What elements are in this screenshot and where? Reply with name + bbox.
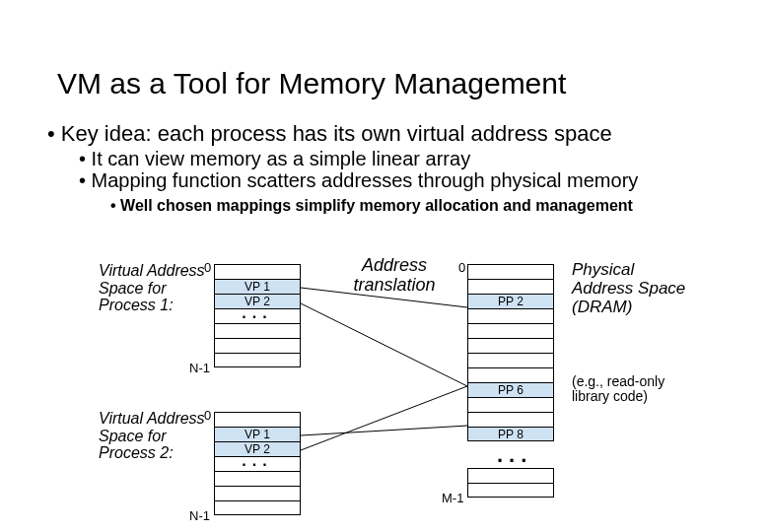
physical-column: PP 2 PP 6 PP 8 — [467, 264, 554, 441]
vas-cell — [214, 353, 301, 367]
bullet-glyph: • — [79, 169, 86, 191]
phys-cell — [467, 308, 554, 323]
phys-cell-pp6: PP 6 — [467, 382, 554, 397]
svg-line-1 — [301, 303, 467, 386]
phys-cell-pp2: PP 2 — [467, 294, 554, 308]
svg-line-3 — [301, 386, 467, 450]
phys-cell-pp8: PP 8 — [467, 427, 554, 441]
bullet-level-2: • Mapping function scatters addresses th… — [79, 169, 638, 191]
index-zero-phys: 0 — [458, 260, 465, 275]
slide: VM as a Tool for Memory Management • Key… — [0, 0, 769, 532]
phys-cell — [467, 483, 554, 498]
bullet-level-1: • Key idea: each process has its own vir… — [47, 122, 638, 146]
bullet-level-3: • Well chosen mappings simplify memory a… — [110, 197, 638, 215]
vas-cell-ellipsis: ... — [214, 308, 301, 323]
index-n-1-b: N-1 — [189, 508, 210, 523]
index-n-1-a: N-1 — [189, 361, 210, 375]
index-m-1: M-1 — [442, 491, 463, 505]
physical-column-tail — [467, 468, 554, 498]
vas-cell — [214, 323, 301, 338]
bullet-text: Mapping function scatters addresses thro… — [92, 169, 639, 191]
vas-1-column: VP 1 VP 2 ... — [214, 264, 301, 367]
index-zero-2: 0 — [204, 408, 211, 423]
svg-line-2 — [301, 426, 467, 435]
vas-cell — [214, 500, 301, 515]
vas-cell — [214, 338, 301, 353]
label-vas-1: Virtual Address Space for Process 1: — [99, 262, 207, 314]
phys-cell — [467, 353, 554, 367]
vas-cell — [214, 471, 301, 486]
bullet-text: Key idea: each process has its own virtu… — [61, 121, 612, 146]
vas-2-column: VP 1 VP 2 ... — [214, 412, 301, 515]
phys-cell — [467, 468, 554, 483]
phys-cell — [467, 412, 554, 427]
vas-cell — [214, 264, 301, 279]
index-zero-1: 0 — [204, 260, 211, 275]
bullet-text: It can view memory as a simple linear ar… — [92, 148, 471, 169]
phys-cell — [467, 323, 554, 338]
label-physical-address-space: Physical Address Space (DRAM) — [572, 260, 690, 316]
vas-cell-vp1: VP 1 — [214, 279, 301, 294]
vas-cell-vp1: VP 1 — [214, 427, 301, 441]
slide-title: VM as a Tool for Memory Management — [57, 67, 566, 100]
label-vas-2: Virtual Address Space for Process 2: — [99, 410, 207, 462]
vas-cell — [214, 486, 301, 500]
phys-cell — [467, 264, 554, 279]
label-address-translation: Address translation — [335, 256, 454, 296]
bullet-glyph: • — [79, 148, 86, 169]
phys-cell — [467, 279, 554, 294]
label-readonly-note: (e.g., read-only library code) — [572, 374, 700, 403]
vas-cell — [214, 412, 301, 427]
bullet-list: • Key idea: each process has its own vir… — [47, 122, 638, 215]
phys-ellipsis: ... — [497, 451, 532, 459]
phys-cell — [467, 338, 554, 353]
phys-cell — [467, 367, 554, 382]
vas-cell-ellipsis: ... — [214, 456, 301, 471]
bullet-text: Well chosen mappings simplify memory all… — [120, 197, 633, 214]
bullet-glyph: • — [47, 121, 55, 146]
phys-cell — [467, 397, 554, 412]
bullet-level-2: • It can view memory as a simple linear … — [79, 148, 638, 169]
diagram: Virtual Address Space for Process 1: 0 V… — [0, 246, 769, 522]
bullet-glyph: • — [110, 197, 116, 214]
